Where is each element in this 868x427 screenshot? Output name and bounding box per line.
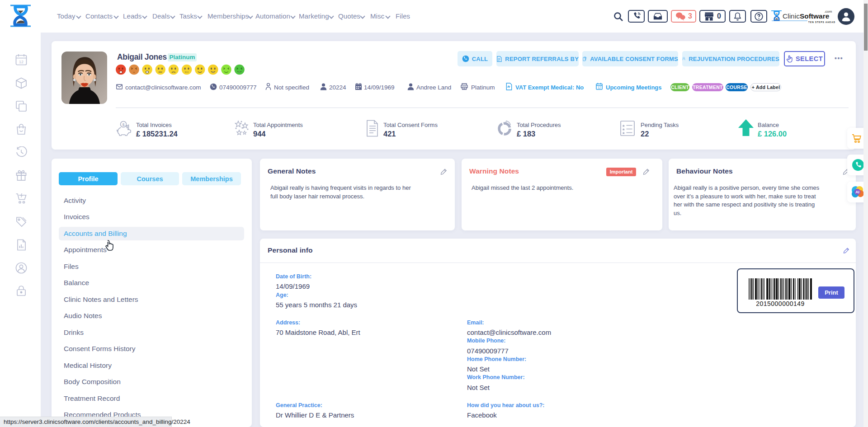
svg-text:12: 12 — [598, 86, 601, 89]
svg-text:12: 12 — [19, 60, 24, 64]
svg-text:.com: .com — [824, 9, 832, 14]
svg-text:TEN STEPS AHEAD: TEN STEPS AHEAD — [808, 21, 835, 23]
svg-text:AI: AI — [855, 190, 859, 194]
svg-text:ClinicSoftware: ClinicSoftware — [783, 12, 830, 20]
svg-text:$: $ — [122, 122, 124, 127]
